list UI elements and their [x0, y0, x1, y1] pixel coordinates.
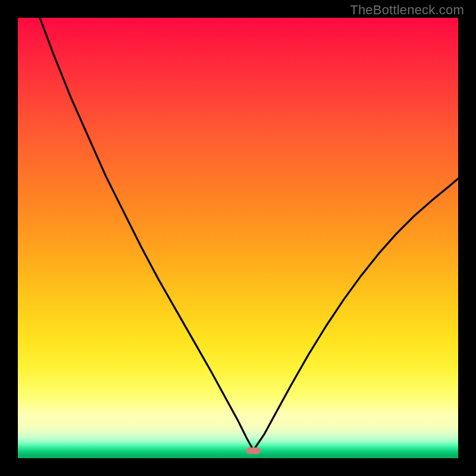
plot-area [18, 18, 458, 458]
outer-frame: TheBottleneck.com [0, 0, 476, 476]
optimum-marker [246, 447, 261, 454]
curve-path [40, 18, 458, 450]
bottleneck-curve [18, 18, 458, 458]
watermark-text: TheBottleneck.com [350, 2, 464, 18]
